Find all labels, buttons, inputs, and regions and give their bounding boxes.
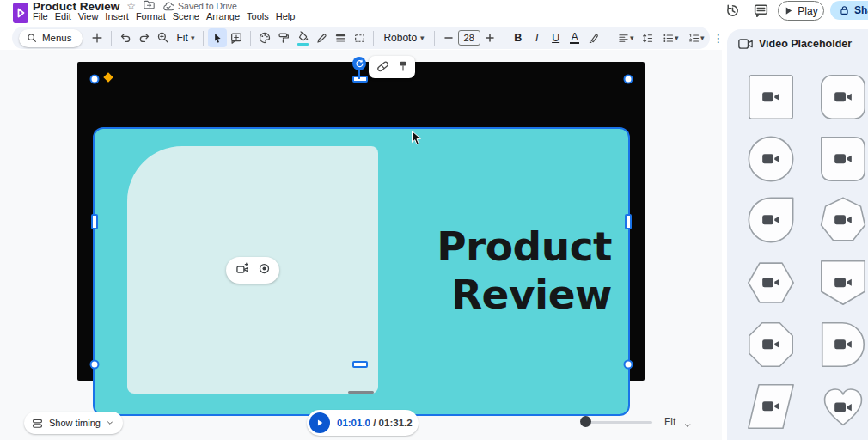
rotate-icon [355,59,364,68]
cursor-icon [211,32,224,45]
zoom-select[interactable]: Fit ▾ [173,32,199,44]
line-weight-icon [334,32,347,45]
selected-slide[interactable]: Product Review [95,129,628,414]
selection-handle-top-left[interactable] [90,75,100,84]
menu-edit[interactable]: Edit [52,10,75,22]
video-placeholder-shape-parallelogram[interactable] [747,382,795,431]
menu-help[interactable]: Help [272,10,299,22]
numbered-list-button[interactable]: ▾ [683,28,709,47]
canvas-area[interactable]: Product Review [0,50,722,440]
selection-handle-bottom-right[interactable] [624,360,633,370]
bulleted-list-button[interactable]: ▾ [657,28,683,47]
underline-button[interactable]: U [547,28,565,47]
show-timing-button[interactable]: Show timing [24,412,123,434]
increase-font-size-button[interactable] [480,28,499,47]
menu-insert[interactable]: Insert [101,10,132,22]
video-placeholder-shape-rounded-square[interactable] [819,73,867,121]
menus-search-button[interactable]: Menus [19,29,83,47]
paint-bucket-icon [296,31,309,42]
play-icon [315,419,324,427]
video-placeholder-shape-octagon[interactable] [747,321,795,369]
video-placeholder-panel: Video Placeholder [727,29,868,440]
menu-arrange[interactable]: Arrange [203,10,243,22]
video-placeholder-shape-circle[interactable] [747,135,795,183]
eraser-button[interactable] [376,58,390,76]
panel-title: Video Placeholder [759,38,852,50]
fill-color-button[interactable] [293,28,312,47]
bold-button[interactable]: B [509,28,528,47]
chevron-down-icon [106,419,114,427]
video-placeholder-shape-square[interactable] [747,73,795,121]
insert-video-button[interactable] [235,262,250,278]
play-icon [784,6,793,15]
border-color-button[interactable] [312,28,331,47]
video-camera-icon [738,38,753,50]
theme-colors-button[interactable] [255,28,274,47]
selection-handle-right[interactable] [625,214,632,229]
video-placeholder-shape-heptagon[interactable] [819,196,867,244]
chevron-down-icon: ▾ [675,34,679,42]
select-tool-button[interactable] [208,28,227,47]
palette-icon [258,31,272,45]
slide-title-text[interactable]: Product Review [437,223,612,319]
placeholder-actions [226,257,279,284]
menu-tools[interactable]: Tools [243,10,272,22]
redo-button[interactable] [135,28,154,47]
canvas-zoom-value[interactable]: Fit [664,416,675,428]
insert-button[interactable] [88,28,107,47]
video-placeholder-shape-hexagon[interactable] [747,259,795,307]
video-placeholder-shape-d-shape[interactable] [819,321,867,369]
font-size-field[interactable]: 28 [458,30,480,46]
zoom-slider-knob[interactable] [580,416,591,427]
zoom-slider-track[interactable] [585,421,652,424]
paint-roller-icon [277,31,290,45]
plus-icon [90,31,104,45]
pin-button[interactable] [397,59,409,76]
italic-button[interactable]: I [528,28,547,47]
add-comment-button[interactable] [227,28,246,47]
menubar: File Edit View Insert Format Scene Arran… [29,10,298,22]
video-placeholder-shape-teardrop[interactable] [747,196,795,244]
decrease-font-size-button[interactable] [439,28,458,47]
border-dash-button[interactable] [350,28,369,47]
menu-format[interactable]: Format [132,10,169,22]
menu-file[interactable]: File [29,10,52,22]
paint-format-button[interactable] [274,28,293,47]
menu-scene[interactable]: Scene [169,10,203,22]
highlighter-icon [587,32,600,45]
zoom-button[interactable] [154,28,173,47]
text-color-button[interactable]: A [565,28,584,47]
undo-icon [119,31,132,45]
undo-button[interactable] [116,28,135,47]
app-logo[interactable] [12,2,29,24]
font-family-select[interactable]: Roboto ▾ [378,32,429,44]
video-placeholder-shape-heart[interactable] [819,382,867,431]
more-options-button[interactable]: ⋮ [709,28,728,47]
playback-play-button[interactable] [309,412,330,433]
chevron-down-icon[interactable] [683,418,692,433]
minus-icon [443,33,454,43]
align-button[interactable]: ▾ [613,28,639,47]
timeline-drag-handle[interactable] [348,391,374,394]
highlight-color-button[interactable] [584,28,603,47]
rotate-handle[interactable] [352,57,366,70]
selection-handle-top-right[interactable] [624,75,633,84]
selection-handle-bottom[interactable] [352,361,368,368]
playback-control: 01:01.0 / 01:31.2 [307,410,419,436]
version-history-icon[interactable] [724,3,742,20]
main-toolbar: Menus Fit ▾ [12,27,710,49]
selection-handle-bottom-left[interactable] [90,360,100,370]
border-weight-button[interactable] [331,28,350,47]
video-placeholder-shape-banner[interactable] [819,259,867,307]
menu-view[interactable]: View [75,10,102,22]
selection-handle-left[interactable] [91,214,98,229]
comments-icon[interactable] [753,3,770,20]
video-placeholder-shape-rounded-corner-square[interactable] [819,135,867,183]
play-button[interactable]: Play [778,1,824,21]
record-button[interactable] [258,262,271,278]
chevron-down-icon: ▾ [191,34,195,42]
line-spacing-icon [641,32,654,45]
selection-handle-top[interactable] [352,76,368,82]
line-spacing-button[interactable] [639,28,657,47]
share-button[interactable]: Share [830,1,868,20]
